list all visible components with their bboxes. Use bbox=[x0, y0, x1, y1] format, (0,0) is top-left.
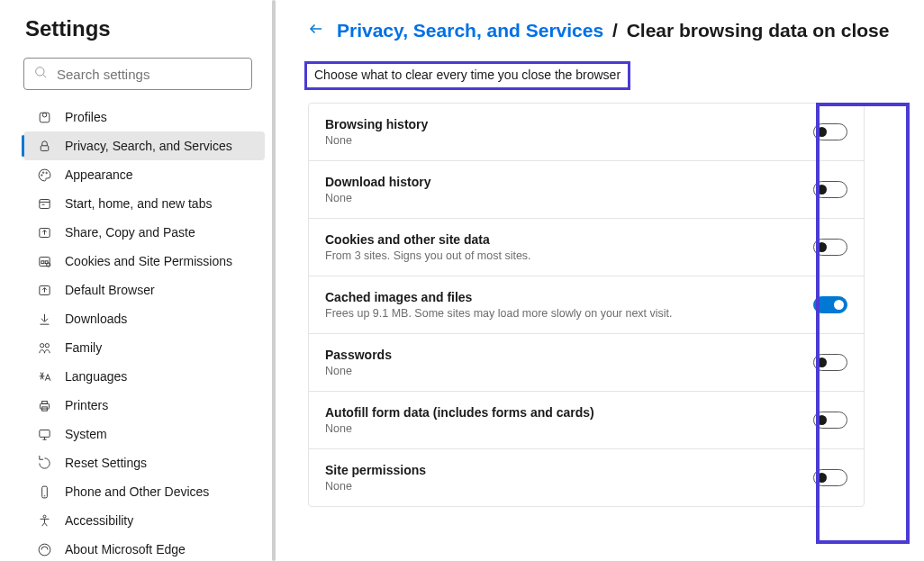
phone-icon bbox=[36, 484, 52, 500]
search-settings-field[interactable] bbox=[23, 58, 252, 90]
sidebar-item-appearance[interactable]: Appearance bbox=[23, 160, 265, 189]
sidebar-item-default[interactable]: Default Browser bbox=[23, 276, 265, 304]
clear-data-row: Download historyNone bbox=[309, 161, 864, 219]
svg-rect-24 bbox=[41, 401, 47, 403]
sidebar-item-label: Accessibility bbox=[65, 513, 133, 528]
clear-data-row: Site permissionsNone bbox=[309, 449, 864, 506]
svg-point-31 bbox=[43, 515, 46, 518]
row-text: Download historyNone bbox=[325, 175, 813, 204]
sidebar-item-cookies[interactable]: Cookies and Site Permissions bbox=[23, 247, 265, 276]
sidebar-item-about[interactable]: About Microsoft Edge bbox=[23, 535, 265, 561]
row-text: Site permissionsNone bbox=[325, 463, 813, 493]
sidebar-item-phone[interactable]: Phone and Other Devices bbox=[23, 477, 265, 506]
row-desc: None bbox=[325, 192, 813, 204]
svg-point-32 bbox=[39, 544, 50, 556]
downloads-icon bbox=[36, 311, 52, 327]
sidebar: Settings ProfilesPrivacy, Search, and Se… bbox=[0, 0, 277, 561]
sidebar-item-share[interactable]: Share, Copy and Paste bbox=[23, 218, 265, 247]
sidebar-item-label: Downloads bbox=[65, 312, 127, 326]
toggle-switch[interactable] bbox=[813, 354, 847, 371]
cookies-icon bbox=[36, 253, 52, 269]
row-title: Browsing history bbox=[325, 117, 813, 131]
accessibility-icon bbox=[36, 512, 52, 529]
family-icon bbox=[36, 339, 52, 356]
sidebar-item-family[interactable]: Family bbox=[23, 333, 265, 362]
toggle-switch[interactable] bbox=[813, 296, 847, 313]
default-icon bbox=[36, 282, 52, 298]
row-text: Cookies and other site dataFrom 3 sites.… bbox=[325, 232, 813, 262]
search-icon bbox=[33, 65, 48, 83]
row-title: Download history bbox=[325, 175, 813, 189]
sidebar-item-reset[interactable]: Reset Settings bbox=[23, 448, 265, 477]
clear-data-row: Autofill form data (includes forms and c… bbox=[309, 392, 864, 449]
svg-rect-4 bbox=[41, 145, 49, 150]
row-desc: None bbox=[325, 134, 813, 147]
toggle-switch[interactable] bbox=[813, 412, 847, 429]
lock-icon bbox=[36, 138, 52, 154]
header-row: Privacy, Search, and Services / Clear br… bbox=[308, 20, 897, 41]
back-button[interactable] bbox=[308, 21, 324, 41]
row-desc: Frees up 9.1 MB. Some sites may load mor… bbox=[325, 307, 813, 320]
breadcrumb: Privacy, Search, and Services / Clear br… bbox=[337, 20, 889, 41]
row-desc: None bbox=[325, 480, 813, 493]
toggle-switch[interactable] bbox=[813, 239, 847, 256]
row-title: Passwords bbox=[325, 348, 813, 362]
toggle-switch[interactable] bbox=[813, 181, 847, 198]
svg-rect-23 bbox=[40, 403, 49, 409]
content-wrap: Browsing historyNoneDownload historyNone… bbox=[308, 103, 897, 507]
profiles-icon bbox=[36, 109, 52, 125]
sidebar-item-system[interactable]: System bbox=[23, 420, 265, 448]
breadcrumb-parent[interactable]: Privacy, Search, and Services bbox=[337, 20, 603, 41]
toggle-switch[interactable] bbox=[813, 469, 847, 486]
languages-icon bbox=[36, 368, 52, 385]
sidebar-item-label: About Microsoft Edge bbox=[65, 542, 186, 556]
sidebar-item-label: Share, Copy and Paste bbox=[65, 225, 195, 240]
sidebar-item-lock[interactable]: Privacy, Search, and Services bbox=[23, 131, 265, 160]
svg-rect-3 bbox=[40, 113, 50, 122]
system-icon bbox=[36, 426, 52, 442]
toggle-switch[interactable] bbox=[813, 123, 847, 140]
svg-rect-8 bbox=[39, 199, 49, 208]
sidebar-item-label: Privacy, Search, and Services bbox=[65, 139, 232, 153]
sidebar-item-label: Start, home, and new tabs bbox=[65, 196, 212, 211]
sidebar-item-languages[interactable]: Languages bbox=[23, 362, 265, 391]
clear-data-row: PasswordsNone bbox=[309, 334, 864, 392]
row-desc: None bbox=[325, 422, 813, 435]
sidebar-item-label: Appearance bbox=[65, 167, 133, 182]
breadcrumb-separator: / bbox=[612, 20, 618, 41]
sidebar-item-start[interactable]: Start, home, and new tabs bbox=[23, 189, 265, 218]
appearance-icon bbox=[36, 167, 52, 183]
sidebar-scrollbar[interactable] bbox=[272, 0, 276, 561]
clear-data-row: Browsing historyNone bbox=[309, 104, 864, 161]
svg-point-7 bbox=[45, 172, 46, 173]
sidebar-item-downloads[interactable]: Downloads bbox=[23, 304, 265, 333]
sidebar-item-label: Profiles bbox=[65, 110, 107, 124]
row-title: Site permissions bbox=[325, 463, 813, 477]
sidebar-item-label: Printers bbox=[65, 398, 108, 412]
clear-data-row: Cached images and filesFrees up 9.1 MB. … bbox=[309, 276, 864, 334]
sidebar-item-accessibility[interactable]: Accessibility bbox=[23, 506, 265, 535]
printers-icon bbox=[36, 397, 52, 413]
svg-point-21 bbox=[40, 343, 43, 347]
sidebar-item-profiles[interactable]: Profiles bbox=[23, 103, 265, 131]
row-title: Cached images and files bbox=[325, 290, 813, 304]
settings-title: Settings bbox=[25, 16, 265, 41]
about-icon bbox=[36, 541, 52, 557]
row-title: Autofill form data (includes forms and c… bbox=[325, 405, 813, 420]
svg-point-0 bbox=[36, 68, 44, 76]
row-title: Cookies and other site data bbox=[325, 232, 813, 247]
svg-point-2 bbox=[42, 113, 47, 117]
sidebar-item-label: Languages bbox=[65, 369, 127, 384]
clear-data-panel: Browsing historyNoneDownload historyNone… bbox=[308, 103, 865, 507]
row-text: Autofill form data (includes forms and c… bbox=[325, 405, 813, 435]
row-text: Browsing historyNone bbox=[325, 117, 813, 147]
sidebar-item-label: Default Browser bbox=[65, 283, 155, 297]
svg-rect-26 bbox=[39, 430, 49, 437]
search-input[interactable] bbox=[57, 67, 242, 82]
main-content: Privacy, Search, and Services / Clear br… bbox=[277, 0, 924, 561]
sidebar-nav: ProfilesPrivacy, Search, and ServicesApp… bbox=[23, 103, 265, 561]
subheader-text: Choose what to clear every time you clos… bbox=[304, 61, 630, 90]
svg-point-22 bbox=[45, 343, 49, 347]
sidebar-item-printers[interactable]: Printers bbox=[23, 391, 265, 420]
breadcrumb-current: Clear browsing data on close bbox=[627, 20, 890, 41]
